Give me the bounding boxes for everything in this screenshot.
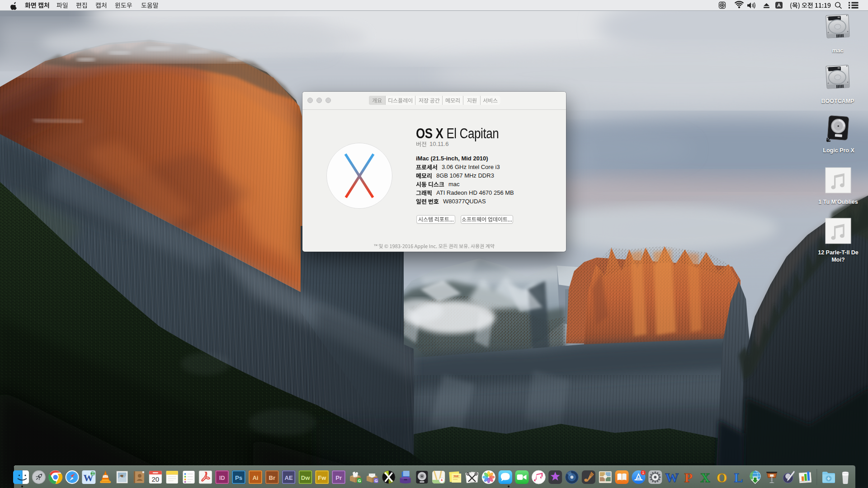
svg-text:P: P bbox=[684, 470, 693, 485]
svg-text:X: X bbox=[700, 470, 710, 485]
svg-text:Ai: Ai bbox=[252, 474, 258, 481]
svg-text:Ps: Ps bbox=[235, 474, 242, 481]
svg-text:Pr: Pr bbox=[335, 474, 342, 481]
svg-text:20: 20 bbox=[151, 475, 159, 483]
svg-text:G: G bbox=[374, 479, 377, 483]
svg-text:W: W bbox=[665, 470, 679, 485]
svg-text:AE: AE bbox=[285, 474, 293, 481]
svg-text:ID: ID bbox=[219, 474, 225, 481]
svg-text:G: G bbox=[358, 479, 361, 483]
svg-text:O: O bbox=[717, 470, 727, 485]
svg-text:Fw: Fw bbox=[318, 474, 326, 481]
svg-text:Dw: Dw bbox=[301, 474, 310, 481]
svg-text:PAR: PAR bbox=[454, 475, 458, 478]
svg-text:1: 1 bbox=[642, 470, 644, 475]
svg-text:L: L bbox=[734, 470, 743, 485]
svg-text:Br: Br bbox=[269, 474, 275, 481]
